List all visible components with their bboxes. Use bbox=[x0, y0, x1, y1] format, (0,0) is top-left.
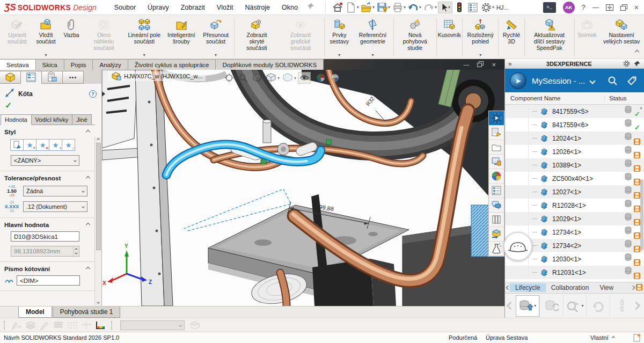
new-document-icon[interactable] bbox=[345, 2, 357, 13]
tab-model[interactable]: Model bbox=[18, 306, 52, 318]
help-icon[interactable]: ? bbox=[582, 3, 586, 11]
collapse-section-icon[interactable] bbox=[86, 130, 90, 134]
menu-soubor[interactable]: Soubor bbox=[108, 4, 142, 11]
table-row[interactable]: 10389<1> bbox=[505, 158, 644, 172]
toolbar-button-linearni-pole-soucasti[interactable]: Lineární pole součásti▾ bbox=[125, 16, 164, 59]
toolbar-button-rychle-3d[interactable]: Rychlé 3D bbox=[500, 16, 523, 59]
tab-feature-manager[interactable] bbox=[0, 71, 21, 84]
menu-pin-icon[interactable] bbox=[307, 3, 314, 12]
taskpane-custom-properties-icon[interactable] bbox=[489, 184, 504, 198]
tab-hodnota[interactable]: Hodnota bbox=[1, 114, 32, 125]
tab-collaboration[interactable]: Collaboration bbox=[546, 283, 595, 292]
search-icon[interactable] bbox=[608, 76, 618, 86]
tab-sestava[interactable]: Sestava bbox=[0, 59, 36, 70]
tab-skica[interactable]: Skica bbox=[35, 59, 64, 70]
dropdown-arrow-icon[interactable]: ▾ bbox=[479, 53, 481, 57]
collapse-ribbon-icon[interactable] bbox=[635, 46, 639, 56]
column-status[interactable]: Status bbox=[604, 95, 644, 101]
session-dropdown-icon[interactable] bbox=[590, 76, 595, 85]
panel-pin-icon[interactable] bbox=[634, 61, 640, 67]
edit-appearance-icon[interactable] bbox=[314, 72, 327, 84]
taskpane-appearances-icon[interactable] bbox=[489, 169, 504, 184]
collapse-section-icon[interactable] bbox=[86, 223, 90, 227]
open-icon[interactable] bbox=[360, 2, 373, 13]
dropdown-arrow-icon[interactable]: ▾ bbox=[371, 53, 374, 57]
home-icon[interactable] bbox=[331, 2, 344, 13]
toolbar-button-vlozit-soucast[interactable]: Vložit součást▾ bbox=[32, 16, 60, 59]
table-row[interactable]: R12031<1> bbox=[505, 266, 644, 279]
toolbar-button-zobrazit-skryte-soucasti[interactable]: Zobrazit skryté součásti bbox=[236, 16, 278, 59]
menu-zobrazit[interactable]: Zobrazit bbox=[175, 4, 211, 11]
dimension-name-field[interactable]: D10@3DSkica1 bbox=[11, 231, 79, 242]
doc-restore-button[interactable] bbox=[477, 61, 484, 68]
save-dropdown[interactable]: ▾ bbox=[388, 5, 390, 10]
table-row[interactable]: 12026<1> bbox=[505, 145, 644, 158]
toolbar-button-presunout-soucast[interactable]: Přesunout součást▾ bbox=[199, 16, 233, 59]
menu-upravy[interactable]: Úpravy bbox=[142, 4, 175, 11]
table-row[interactable]: R12028<1> bbox=[505, 199, 644, 212]
toolbar-button-kusovnik[interactable]: Kusovník bbox=[437, 16, 461, 59]
document-tab[interactable]: HJWX07C_w (HJWX10C_w... bbox=[108, 71, 206, 81]
panel-settings-gear-icon[interactable] bbox=[623, 60, 630, 67]
toolbar-button-aktualizovat-dilci-sestavy-speedpak[interactable]: Aktualizovat dílčí sestavy SpeedPak bbox=[526, 16, 573, 59]
menu-nastroje[interactable]: Nástroje bbox=[239, 4, 276, 11]
apply-scene-icon[interactable] bbox=[328, 72, 341, 84]
new-document-dropdown[interactable]: ▾ bbox=[357, 5, 359, 10]
toolbar-button-nova-pohybova-studie[interactable]: Nová pohybová studie bbox=[395, 16, 435, 59]
taskpane-library-icon[interactable] bbox=[489, 213, 504, 227]
options-gear-icon[interactable] bbox=[480, 2, 493, 13]
select-dropdown[interactable]: ▾ bbox=[448, 5, 450, 10]
scrollbar-thumb[interactable] bbox=[640, 179, 643, 250]
taskpane-3dexperience-icon[interactable] bbox=[489, 111, 504, 126]
section-view-icon[interactable] bbox=[251, 72, 264, 84]
zoom-fit-icon[interactable] bbox=[223, 72, 236, 84]
add-style-button[interactable]: ★+ bbox=[23, 139, 36, 151]
panel-splitter-grip[interactable] bbox=[49, 71, 53, 75]
3dexperience-compass-icon[interactable]: ▶ bbox=[510, 72, 526, 89]
expand-panel-icon[interactable]: » bbox=[508, 60, 512, 68]
menu-vlozit[interactable]: Vložit bbox=[211, 4, 239, 11]
save-to-platform-button[interactable]: ▾ bbox=[516, 295, 539, 317]
panel-scrollbar[interactable] bbox=[94, 137, 101, 306]
toolbar-button-vazba[interactable]: Vazba bbox=[60, 16, 83, 59]
tab-popis[interactable]: Popis bbox=[64, 59, 93, 70]
scroll-up-icon[interactable]: ▲ bbox=[639, 106, 643, 110]
undo-icon[interactable] bbox=[407, 2, 420, 13]
toolbar-scroll-right-icon[interactable] bbox=[632, 302, 641, 310]
taskpane-simulation-icon[interactable] bbox=[489, 242, 504, 256]
ok-button[interactable]: ✓ bbox=[0, 100, 101, 114]
table-row[interactable]: ZC500x40<1> bbox=[505, 172, 644, 185]
load-style-button[interactable]: ★↓ bbox=[62, 139, 75, 151]
collapse-section-icon[interactable] bbox=[86, 176, 90, 180]
print-dropdown[interactable]: ▾ bbox=[404, 5, 406, 10]
undo-dropdown[interactable]: ▾ bbox=[419, 5, 421, 10]
help-button[interactable]: ? bbox=[89, 90, 97, 98]
minimize-button[interactable]: — bbox=[592, 4, 599, 11]
panel-flyout-arrow[interactable] bbox=[102, 91, 105, 97]
dimension-value-field[interactable]: 98.13108923mm bbox=[11, 246, 79, 257]
table-row[interactable]: 8417559<6>✓ bbox=[505, 118, 644, 132]
close-button[interactable]: × bbox=[634, 3, 639, 12]
table-row[interactable]: 12029<1> bbox=[505, 212, 644, 225]
value-spinner[interactable] bbox=[73, 246, 77, 256]
tag-icon[interactable] bbox=[627, 76, 637, 86]
doc-minimize-button[interactable]: — bbox=[463, 61, 469, 68]
column-component-name[interactable]: Component Name bbox=[505, 95, 604, 101]
color-scale-icon[interactable] bbox=[93, 320, 107, 331]
avatar[interactable]: AK bbox=[563, 2, 575, 13]
dropdown-arrow-icon[interactable]: ▾ bbox=[338, 53, 340, 57]
table-row[interactable]: 12024<1> bbox=[505, 132, 644, 145]
table-row[interactable]: 8417559<5>✓ bbox=[505, 105, 644, 118]
dropdown-arrow-icon[interactable]: ▾ bbox=[143, 53, 145, 57]
tab-pohybova-studie-1[interactable]: Pohybová studie 1 bbox=[53, 306, 121, 318]
view-orientation-dropdown[interactable]: ▾ bbox=[277, 76, 280, 81]
restore-button[interactable] bbox=[620, 4, 627, 11]
view-orientation-icon[interactable] bbox=[265, 72, 277, 84]
apply-default-style-button[interactable] bbox=[10, 139, 24, 151]
precision-select[interactable]: .12 (Dokument) bbox=[23, 201, 87, 212]
toolbar-scroll-left-icon[interactable] bbox=[507, 302, 515, 310]
platform-console-icon[interactable]: >_ bbox=[543, 2, 556, 13]
taskpane-file-explorer-icon[interactable] bbox=[489, 155, 504, 169]
doc-close-button[interactable]: × bbox=[492, 61, 496, 69]
toolbar-grip[interactable] bbox=[4, 321, 6, 330]
